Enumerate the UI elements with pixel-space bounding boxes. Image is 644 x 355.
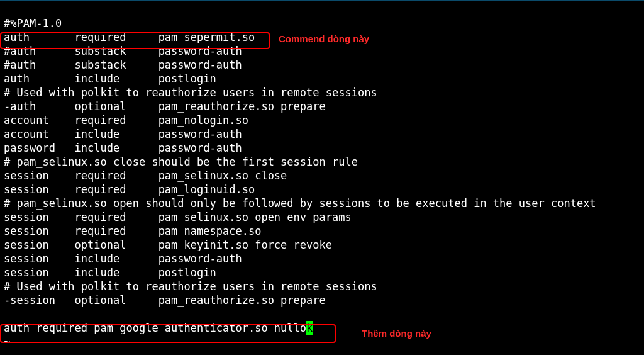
file-line: session include password-auth bbox=[4, 252, 242, 265]
file-line-commented-highlight: #auth substack password-auth bbox=[4, 45, 242, 57]
annotation-label-add-line: Thêm dòng này bbox=[362, 328, 431, 339]
file-line: session required pam_selinux.so close bbox=[4, 169, 287, 182]
file-line: account include password-auth bbox=[4, 128, 242, 140]
file-line: #auth substack password-auth bbox=[4, 59, 242, 71]
file-line: -session optional pam_reauthorize.so pre… bbox=[4, 294, 326, 307]
file-line: #%PAM-1.0 bbox=[4, 17, 62, 30]
file-line: session optional pam_keyinit.so force re… bbox=[4, 239, 332, 251]
file-line-added: auth required pam_google_authenticator.s… bbox=[4, 322, 313, 334]
file-line-comment: # Used with polkit to reauthorize users … bbox=[4, 86, 377, 99]
file-line: session required pam_namespace.so bbox=[4, 225, 261, 237]
file-line-comment: # pam_selinux.so open should only be fol… bbox=[4, 197, 596, 210]
file-line: session required pam_selinux.so open env… bbox=[4, 211, 352, 223]
file-line: password include password-auth bbox=[4, 142, 242, 154]
file-line: auth required pam_sepermit.so bbox=[4, 31, 255, 43]
annotation-label-comment-line: Commend dòng này bbox=[279, 33, 369, 44]
file-line: account required pam_nologin.so bbox=[4, 114, 248, 127]
file-line-comment: # pam_selinux.so close should be the fir… bbox=[4, 155, 358, 168]
file-line: session required pam_loginuid.so bbox=[4, 183, 255, 196]
file-line: -auth optional pam_reauthorize.so prepar… bbox=[4, 100, 326, 113]
file-line-tilde: ~ bbox=[4, 335, 10, 348]
file-line: session include postlogin bbox=[4, 266, 216, 279]
file-line: auth include postlogin bbox=[4, 72, 216, 85]
text-cursor: k bbox=[306, 321, 313, 335]
file-line-comment: # Used with polkit to reauthorize users … bbox=[4, 280, 377, 293]
terminal-editor[interactable]: #%PAM-1.0 auth required pam_sepermit.so … bbox=[0, 0, 644, 351]
